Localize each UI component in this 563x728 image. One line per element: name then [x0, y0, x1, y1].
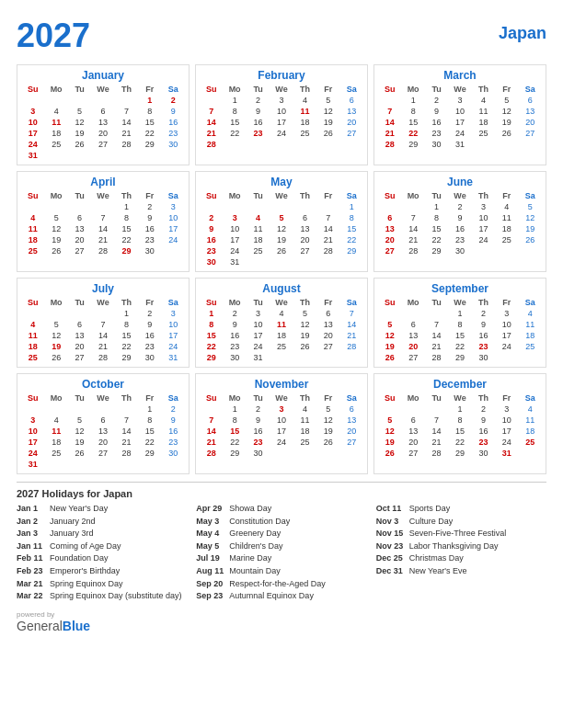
- holiday-date: Aug 11: [196, 565, 225, 577]
- month-name: May: [200, 176, 363, 188]
- calendar-day: 15: [448, 426, 471, 437]
- calendar-day: [200, 404, 223, 415]
- calendar-day: 5: [519, 201, 542, 212]
- calendar-day: 3: [448, 95, 471, 106]
- holiday-name: Sports Day: [409, 503, 451, 515]
- calendar-day: 31: [21, 150, 44, 161]
- month-block-june: JuneSuMoTuWeThFrSa1234567891011121314151…: [373, 171, 546, 272]
- day-header: We: [91, 190, 114, 201]
- calendar-day: [293, 139, 316, 150]
- month-block-september: SeptemberSuMoTuWeThFrSa12345678910111213…: [373, 278, 546, 368]
- day-header: Tu: [68, 190, 91, 201]
- month-block-january: JanuarySuMoTuWeThFrSa1234567891011121314…: [17, 64, 190, 165]
- calendar-day: 26: [378, 448, 401, 459]
- calendar-day: [425, 404, 448, 415]
- calendar-day: 31: [223, 256, 246, 267]
- day-header: Fr: [316, 190, 339, 201]
- holiday-date: Dec 31: [376, 565, 406, 577]
- calendar-day: 14: [91, 223, 114, 234]
- calendar-day: 6: [340, 95, 363, 106]
- calendar-day: [68, 308, 91, 319]
- day-header: Tu: [68, 297, 91, 308]
- day-header: Su: [21, 84, 44, 95]
- month-name: June: [378, 176, 542, 188]
- calendar-day: 14: [200, 117, 223, 128]
- calendar-day: 7: [115, 106, 138, 117]
- calendar-day: [200, 95, 223, 106]
- calendar-day: 7: [91, 319, 114, 330]
- calendar-day: [91, 201, 114, 212]
- calendar-day: 16: [162, 117, 185, 128]
- holidays-column: Jan 1New Year's DayJan 2January 2ndJan 3…: [17, 503, 187, 603]
- holiday-item: Mar 22Spring Equinox Day (substitute day…: [17, 590, 187, 602]
- calendar-day: 15: [425, 223, 448, 234]
- page: 2027 Japan JanuarySuMoTuWeThFrSa12345678…: [0, 0, 563, 644]
- calendar-day: [401, 201, 424, 212]
- calendar-day: 3: [270, 404, 293, 415]
- calendar-day: 11: [21, 330, 44, 341]
- day-header: Su: [21, 297, 44, 308]
- calendar-day: 17: [162, 330, 185, 341]
- calendar-day: [425, 308, 448, 319]
- calendar-day: 18: [270, 330, 293, 341]
- calendar-day: 26: [378, 352, 401, 363]
- calendar-day: 25: [21, 352, 44, 363]
- calendar-day: [200, 201, 223, 212]
- calendar-day: 13: [519, 106, 542, 117]
- calendar-day: 22: [425, 234, 448, 245]
- month-block-april: AprilSuMoTuWeThFrSa123456789101112131415…: [17, 171, 190, 272]
- calendar-day: 13: [68, 330, 91, 341]
- calendar-day: 8: [115, 319, 138, 330]
- calendar-day: 18: [472, 117, 495, 128]
- day-header: Su: [378, 392, 401, 404]
- month-block-july: JulySuMoTuWeThFrSa1234567891011121314151…: [17, 278, 190, 368]
- calendar-day: 14: [425, 330, 448, 341]
- calendar-day: [44, 95, 67, 106]
- month-block-october: OctoberSuMoTuWeThFrSa1234567891011121314…: [17, 373, 190, 474]
- calendar-day: 11: [519, 319, 542, 330]
- day-header: Sa: [340, 84, 363, 95]
- calendar-day: [91, 459, 114, 470]
- day-header: Fr: [495, 392, 518, 404]
- calendar-day: 21: [378, 128, 401, 139]
- calendar-day: 1: [425, 201, 448, 212]
- day-header: Mo: [401, 190, 424, 201]
- day-header: Tu: [425, 297, 448, 308]
- day-header: Fr: [316, 392, 339, 404]
- calendar-day: 5: [44, 319, 67, 330]
- month-block-august: AugustSuMoTuWeThFrSa12345678910111213141…: [195, 278, 368, 368]
- calendar-day: 11: [472, 106, 495, 117]
- calendar-day: 13: [68, 223, 91, 234]
- calendar-day: 25: [44, 448, 67, 459]
- day-header: Sa: [519, 297, 542, 308]
- calendar-day: 9: [472, 415, 495, 426]
- calendar-day: 16: [472, 330, 495, 341]
- calendar-day: 2: [448, 201, 471, 212]
- calendar-day: 13: [401, 330, 424, 341]
- calendar-day: 12: [316, 106, 339, 117]
- holiday-item: Jul 19Marine Day: [196, 552, 366, 564]
- month-name: January: [21, 69, 185, 82]
- calendar-day: 10: [162, 212, 185, 223]
- calendar-day: 10: [162, 319, 185, 330]
- calendar-day: 22: [200, 341, 223, 352]
- calendar-day: 11: [44, 117, 67, 128]
- day-header: We: [270, 190, 293, 201]
- holiday-name: Respect-for-the-Aged Day: [229, 578, 326, 590]
- calendar-day: 5: [68, 415, 91, 426]
- day-header: Tu: [425, 190, 448, 201]
- calendar-day: 4: [293, 95, 316, 106]
- month-block-december: DecemberSuMoTuWeThFrSa123456789101112131…: [373, 373, 546, 474]
- calendar-day: 1: [223, 404, 246, 415]
- calendar-day: 18: [293, 426, 316, 437]
- calendar-day: [316, 201, 339, 212]
- calendar-day: 7: [425, 319, 448, 330]
- holiday-date: Nov 15: [376, 528, 406, 540]
- calendar-day: 27: [293, 245, 316, 256]
- calendar-day: 20: [340, 117, 363, 128]
- calendar-day: 23: [472, 437, 495, 448]
- calendar-day: 20: [316, 330, 339, 341]
- calendar-day: 7: [316, 212, 339, 223]
- calendar-day: 23: [162, 128, 185, 139]
- calendar-day: 13: [316, 319, 339, 330]
